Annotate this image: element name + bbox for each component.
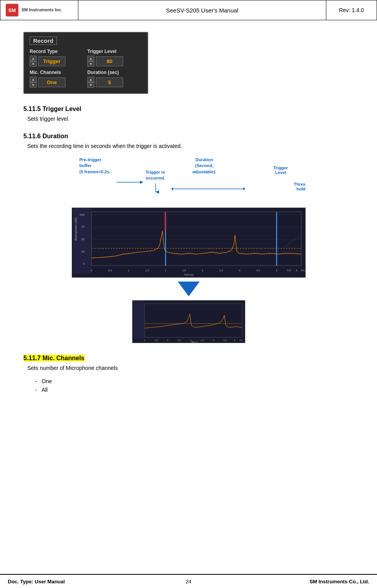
diagram-container: Pre-triggerbuffer(5 frames=0.2s. Trigger… bbox=[23, 157, 354, 343]
list-dash-1: - bbox=[35, 378, 37, 384]
section-5117-heading: 5.11.7 Mic. Channels bbox=[23, 355, 85, 361]
svg-text:4: 4 bbox=[239, 269, 240, 272]
svg-text:5: 5 bbox=[276, 269, 277, 272]
trigger-level-label: Trigger Level bbox=[87, 49, 142, 54]
footer-page-number: 24 bbox=[109, 579, 268, 584]
footer-doc-type: Doc. Type: User Manual bbox=[0, 579, 109, 584]
footer: Doc. Type: User Manual 24 SM Instruments… bbox=[0, 574, 377, 588]
svg-rect-42 bbox=[133, 301, 144, 339]
header: SM SM Instruments Inc. SeeSV-S205 User's… bbox=[0, 0, 377, 20]
svg-text:75: 75 bbox=[81, 225, 85, 229]
list-item-all: - All bbox=[35, 387, 354, 393]
trigger-level-up[interactable]: ▲ bbox=[87, 56, 94, 61]
svg-rect-7 bbox=[73, 208, 304, 277]
record-type-down[interactable]: ▼ bbox=[30, 61, 37, 67]
record-type-label: Record Type bbox=[30, 49, 84, 54]
footer-company: SM Instruments Co., Ltd. bbox=[268, 579, 377, 584]
svg-text:6.5: 6.5 bbox=[239, 339, 243, 342]
list-item-all-label: All bbox=[42, 387, 48, 393]
list-item-one-label: One bbox=[42, 378, 52, 384]
svg-text:1: 1 bbox=[127, 269, 129, 272]
record-type-spinbtns: ▲ ▼ bbox=[30, 56, 37, 67]
svg-text:6: 6 bbox=[296, 269, 297, 272]
svg-rect-41 bbox=[133, 301, 244, 343]
header-rev: Rev: 1.4.0 bbox=[326, 0, 377, 20]
svg-text:6.5: 6.5 bbox=[301, 269, 304, 272]
svg-text:Beampower (dB): Beampower (dB) bbox=[74, 217, 78, 241]
trigger-level-spinbtns: ▲ ▼ bbox=[87, 56, 94, 67]
section-5116-heading: 5.11.6 Duration bbox=[23, 133, 354, 140]
sm-instruments-logo-icon: SM bbox=[5, 3, 19, 17]
page-wrapper: SM SM Instruments Inc. SeeSV-S205 User's… bbox=[0, 0, 377, 588]
mic-channels-spinbtns: ▲ ▼ bbox=[30, 77, 37, 88]
section-5115-body: Sets trigger level. bbox=[27, 116, 354, 122]
record-type-group: Record Type ▲ ▼ Trigger bbox=[30, 49, 84, 67]
record-grid: Record Type ▲ ▼ Trigger Trigger Level bbox=[30, 49, 142, 88]
trigger-level-spinner: ▲ ▼ 80 bbox=[87, 56, 142, 67]
svg-text:4.5: 4.5 bbox=[256, 269, 260, 272]
mic-channels-value: One bbox=[38, 77, 65, 87]
duration-spinner: ▲ ▼ 5 bbox=[87, 77, 142, 88]
threshold-annotation: Threshold bbox=[294, 182, 306, 191]
header-logo: SM SM Instruments Inc. bbox=[0, 0, 78, 20]
record-panel: Record Record Type ▲ ▼ Trigger bbox=[23, 32, 148, 94]
record-panel-title: Record bbox=[30, 37, 57, 45]
svg-marker-5 bbox=[171, 187, 173, 190]
logo-text: SM Instruments Inc. bbox=[21, 7, 62, 12]
list-item-one: - One bbox=[35, 378, 354, 384]
mic-channels-spinner: ▲ ▼ One bbox=[30, 77, 84, 88]
duration-group: Duration (sec) ▲ ▼ 5 bbox=[87, 70, 142, 88]
svg-text:1.5: 1.5 bbox=[145, 269, 149, 272]
trigger-level-value: 80 bbox=[96, 56, 123, 66]
svg-text:0: 0 bbox=[83, 262, 85, 266]
svg-text:Time (s): Time (s) bbox=[184, 273, 193, 276]
record-type-up[interactable]: ▲ bbox=[30, 56, 37, 61]
record-title-bar: Record bbox=[30, 37, 142, 45]
mic-channels-up[interactable]: ▲ bbox=[30, 77, 37, 82]
svg-rect-37 bbox=[164, 212, 165, 231]
section-5117-body: Sets number of Microphone channels bbox=[27, 365, 354, 371]
mic-channels-down[interactable]: ▼ bbox=[30, 82, 37, 88]
logo-box: SM SM Instruments Inc. bbox=[5, 3, 62, 17]
main-chart-svg: Beampower (dB) 100 75 50 25 0 0 0.5 1 1.… bbox=[72, 208, 306, 278]
blue-arrow-down bbox=[178, 282, 200, 296]
svg-text:0: 0 bbox=[90, 269, 92, 272]
duration-label: Duration (sec) bbox=[87, 70, 142, 75]
svg-text:100: 100 bbox=[79, 213, 85, 217]
svg-text:3.5: 3.5 bbox=[177, 339, 181, 342]
trigger-occurred-annotation: Trigger isoccurred. bbox=[146, 169, 165, 181]
duration-value: 5 bbox=[96, 77, 123, 87]
svg-text:5.5: 5.5 bbox=[287, 269, 291, 272]
svg-text:50: 50 bbox=[81, 238, 85, 241]
trigger-level-group: Trigger Level ▲ ▼ 80 bbox=[87, 49, 142, 67]
list-dash-2: - bbox=[35, 387, 37, 393]
svg-text:2: 2 bbox=[165, 269, 166, 272]
pretrigger-annotation: Pre-triggerbuffer(5 frames=0.2s. bbox=[80, 157, 111, 175]
svg-text:4.5: 4.5 bbox=[200, 339, 204, 342]
svg-text:25: 25 bbox=[81, 250, 85, 254]
svg-text:2.5: 2.5 bbox=[182, 269, 186, 272]
record-ui-area: Record Record Type ▲ ▼ Trigger bbox=[23, 32, 354, 94]
trigger-level-down[interactable]: ▼ bbox=[87, 61, 94, 67]
zoomed-chart-svg: 2 2.5 3 3.5 4 4.5 5 5.5 6 6.5 7 Time (s) bbox=[132, 300, 245, 343]
record-type-value: Trigger bbox=[38, 56, 65, 66]
svg-text:SM: SM bbox=[9, 8, 16, 13]
section-5117-heading-container: 5.11.7 Mic. Channels bbox=[23, 355, 354, 362]
header-title: SeeSV-S205 User's Manual bbox=[78, 0, 326, 20]
manual-title: SeeSV-S205 User's Manual bbox=[166, 7, 238, 14]
section-5115-heading: 5.11.5 Trigger Level bbox=[23, 106, 354, 113]
mic-channels-label: Mic. Channels bbox=[30, 70, 84, 75]
duration-up[interactable]: ▲ bbox=[87, 77, 94, 82]
duration-spinbtns: ▲ ▼ bbox=[87, 77, 94, 88]
duration-down[interactable]: ▼ bbox=[87, 82, 94, 88]
svg-text:3.5: 3.5 bbox=[219, 269, 223, 272]
trigger-level-annotation: TriggerLevel bbox=[273, 165, 288, 175]
pretrigger-arrow bbox=[80, 178, 150, 190]
main-content: Record Record Type ▲ ▼ Trigger bbox=[0, 20, 377, 403]
svg-text:Time (s): Time (s) bbox=[191, 341, 198, 343]
svg-text:2.5: 2.5 bbox=[154, 339, 158, 342]
record-type-spinner: ▲ ▼ Trigger bbox=[30, 56, 84, 67]
svg-text:0.5: 0.5 bbox=[108, 269, 112, 272]
section-5116-body: Sets the recording time in seconds when … bbox=[27, 143, 354, 149]
svg-text:2: 2 bbox=[144, 339, 145, 342]
